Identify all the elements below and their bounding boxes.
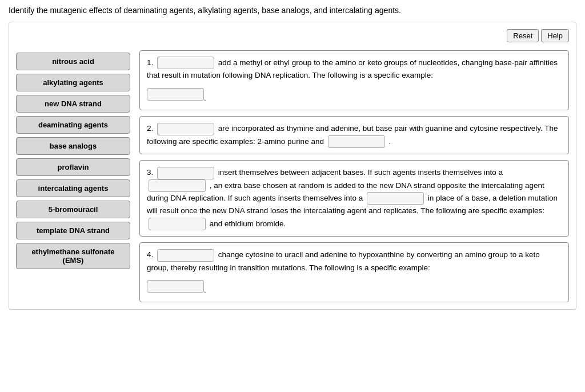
section-1-blank-2[interactable] xyxy=(147,88,204,101)
top-buttons: Reset Help xyxy=(16,29,569,42)
page-instruction: Identify the mutagenic effects of deamin… xyxy=(9,6,576,15)
section-1-blank-1[interactable] xyxy=(157,57,214,69)
help-button[interactable]: Help xyxy=(541,29,569,42)
section-4-text: 4. change cytosine to uracil and adenine… xyxy=(147,249,562,274)
drag-item-new-dna-strand[interactable]: new DNA strand xyxy=(16,95,130,113)
drag-item-5-bromouracil[interactable]: 5-bromouracil xyxy=(16,201,130,218)
drag-item-deaminating-agents[interactable]: deaminating agents xyxy=(16,116,130,134)
answer-section-1: 1. add a methyl or ethyl group to the am… xyxy=(139,50,569,110)
left-column: nitrous acid alkylating agents new DNA s… xyxy=(16,50,130,302)
drag-item-alkylating-agents[interactable]: alkylating agents xyxy=(16,74,130,91)
answer-section-4: 4. change cytosine to uracil and adenine… xyxy=(139,242,569,302)
answer-section-3: 3. insert themselves between adjacent ba… xyxy=(139,160,569,237)
drag-item-base-analogs[interactable]: base analogs xyxy=(16,137,130,155)
section-3-blank-2[interactable] xyxy=(149,179,206,192)
drag-item-proflavin[interactable]: proflavin xyxy=(16,158,130,176)
section-4-blank-2[interactable] xyxy=(147,280,204,293)
section-1-num: 1. xyxy=(147,58,153,67)
section-3-blank-1[interactable] xyxy=(157,167,214,179)
section-1-text: 1. add a methyl or ethyl group to the am… xyxy=(147,57,562,82)
drag-item-nitrous-acid[interactable]: nitrous acid xyxy=(16,53,130,70)
section-3-text: 3. insert themselves between adjacent ba… xyxy=(147,166,562,230)
section-3-blank-4[interactable] xyxy=(149,218,206,230)
section-3-num: 3. xyxy=(147,168,153,177)
main-container: Reset Help nitrous acid alkylating agent… xyxy=(9,22,576,310)
reset-button[interactable]: Reset xyxy=(507,29,539,42)
section-2-blank-2[interactable] xyxy=(328,135,385,148)
right-column: 1. add a methyl or ethyl group to the am… xyxy=(139,50,569,302)
drag-item-intercalating-agents[interactable]: intercalating agents xyxy=(16,179,130,197)
section-2-blank-1[interactable] xyxy=(157,123,214,135)
section-3-blank-3[interactable] xyxy=(367,192,424,205)
content-area: nitrous acid alkylating agents new DNA s… xyxy=(16,50,569,302)
section-2-num: 2. xyxy=(147,124,153,133)
section-4-num: 4. xyxy=(147,250,153,259)
drag-item-template-dna-strand[interactable]: template DNA strand xyxy=(16,222,130,239)
drag-item-ethylmethane-sulfonate[interactable]: ethylmethane sulfonate(EMS) xyxy=(16,243,130,269)
section-4-blank-1[interactable] xyxy=(157,249,214,262)
section-2-text: 2. are incorporated as thymine and adeni… xyxy=(147,122,562,148)
answer-section-2: 2. are incorporated as thymine and adeni… xyxy=(139,116,569,154)
